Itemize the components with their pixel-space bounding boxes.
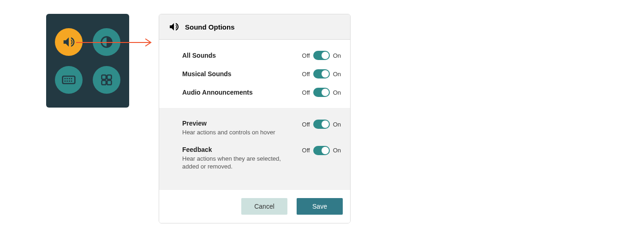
option-description: Hear actions when they are selected, add… [182, 155, 284, 171]
option-feedback: Feedback Hear actions when they are sele… [182, 141, 341, 175]
contrast-icon [100, 35, 113, 49]
launcher-contrast[interactable] [93, 28, 120, 56]
cancel-button[interactable]: Cancel [241, 198, 287, 215]
toggle-audio-announcements[interactable] [313, 88, 330, 97]
svg-rect-10 [102, 75, 106, 79]
svg-rect-8 [69, 80, 70, 82]
option-label: All Sounds [182, 52, 297, 59]
off-label: Off [302, 121, 310, 128]
dialog-footer: Cancel Save [159, 189, 350, 223]
option-musical-sounds: Musical Sounds Off On [182, 65, 341, 83]
launcher-apps[interactable] [93, 66, 120, 94]
on-label: On [333, 147, 341, 154]
option-label: Preview [182, 120, 297, 127]
save-button[interactable]: Save [297, 198, 343, 215]
primary-options-section: All Sounds Off On Musical Sounds Off On … [159, 40, 350, 108]
option-audio-announcements: Audio Announcements Off On [182, 83, 341, 102]
on-label: On [333, 71, 341, 78]
on-label: On [333, 52, 341, 59]
toggle-all-sounds[interactable] [313, 51, 330, 60]
svg-rect-3 [66, 78, 68, 79]
keyboard-icon [61, 72, 76, 87]
option-all-sounds: All Sounds Off On [182, 46, 341, 65]
svg-rect-2 [65, 78, 66, 79]
svg-rect-9 [71, 80, 72, 82]
svg-rect-12 [102, 80, 106, 84]
on-label: On [333, 89, 341, 96]
svg-rect-11 [107, 75, 111, 79]
launcher-sound[interactable] [55, 28, 83, 56]
option-description: Hear actions and controls on hover [182, 129, 284, 137]
off-label: Off [302, 89, 310, 96]
toggle-preview[interactable] [313, 120, 330, 129]
svg-rect-4 [69, 78, 70, 79]
off-label: Off [302, 147, 310, 154]
on-label: On [333, 121, 341, 128]
toggle-feedback[interactable] [313, 146, 330, 155]
svg-rect-6 [65, 80, 66, 82]
volume-icon [62, 35, 76, 49]
sound-options-dialog: Sound Options All Sounds Off On Musical … [159, 14, 351, 223]
option-preview: Preview Hear actions and controls on hov… [182, 115, 341, 141]
launcher-keyboard[interactable] [55, 66, 83, 94]
volume-icon [168, 21, 179, 32]
apps-icon [100, 73, 113, 86]
off-label: Off [302, 71, 310, 78]
option-label: Audio Announcements [182, 89, 297, 96]
svg-rect-13 [107, 80, 111, 84]
off-label: Off [302, 52, 310, 59]
toggle-musical-sounds[interactable] [313, 69, 330, 78]
launcher-panel [46, 14, 129, 108]
dialog-title: Sound Options [185, 23, 234, 31]
svg-rect-1 [63, 76, 75, 84]
dialog-header: Sound Options [159, 14, 350, 40]
option-label: Feedback [182, 146, 297, 153]
svg-rect-7 [66, 80, 68, 82]
svg-rect-5 [71, 78, 72, 79]
secondary-options-section: Preview Hear actions and controls on hov… [159, 108, 350, 189]
option-label: Musical Sounds [182, 70, 297, 78]
